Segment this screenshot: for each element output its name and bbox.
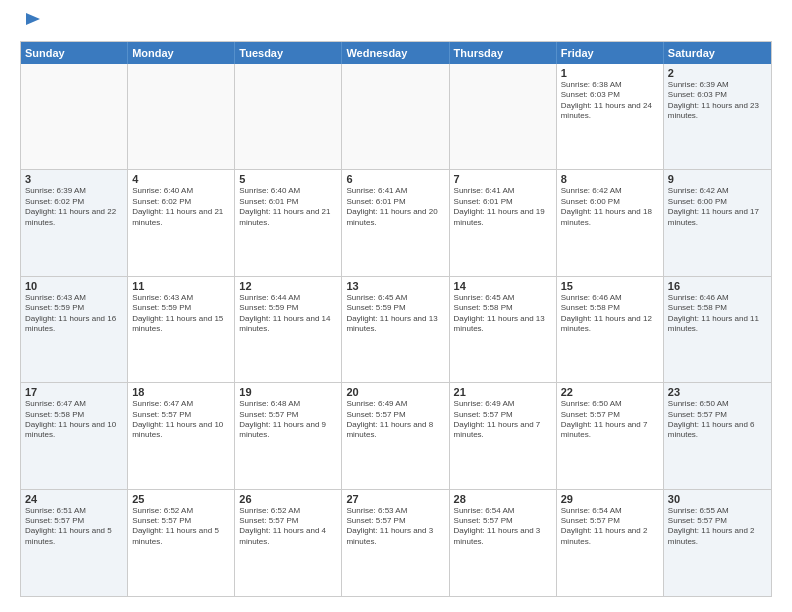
day-info: Sunrise: 6:50 AMSunset: 5:57 PMDaylight:… [668,399,767,441]
day-cell-22: 22Sunrise: 6:50 AMSunset: 5:57 PMDayligh… [557,383,664,488]
header-day-sunday: Sunday [21,42,128,64]
day-cell-11: 11Sunrise: 6:43 AMSunset: 5:59 PMDayligh… [128,277,235,382]
day-cell-10: 10Sunrise: 6:43 AMSunset: 5:59 PMDayligh… [21,277,128,382]
day-cell-5: 5Sunrise: 6:40 AMSunset: 6:01 PMDaylight… [235,170,342,275]
day-info: Sunrise: 6:39 AMSunset: 6:02 PMDaylight:… [25,186,123,228]
svg-marker-0 [26,13,40,25]
logo-flag-icon [22,11,42,31]
header-day-tuesday: Tuesday [235,42,342,64]
day-cell-1: 1Sunrise: 6:38 AMSunset: 6:03 PMDaylight… [557,64,664,169]
day-cell-7: 7Sunrise: 6:41 AMSunset: 6:01 PMDaylight… [450,170,557,275]
day-number: 11 [132,280,230,292]
day-number: 27 [346,493,444,505]
day-cell-15: 15Sunrise: 6:46 AMSunset: 5:58 PMDayligh… [557,277,664,382]
day-cell-3: 3Sunrise: 6:39 AMSunset: 6:02 PMDaylight… [21,170,128,275]
week-row-5: 24Sunrise: 6:51 AMSunset: 5:57 PMDayligh… [21,490,771,596]
day-cell-16: 16Sunrise: 6:46 AMSunset: 5:58 PMDayligh… [664,277,771,382]
day-info: Sunrise: 6:52 AMSunset: 5:57 PMDaylight:… [132,506,230,548]
day-number: 7 [454,173,552,185]
day-info: Sunrise: 6:49 AMSunset: 5:57 PMDaylight:… [346,399,444,441]
day-info: Sunrise: 6:40 AMSunset: 6:01 PMDaylight:… [239,186,337,228]
day-number: 17 [25,386,123,398]
day-number: 23 [668,386,767,398]
day-number: 26 [239,493,337,505]
empty-cell [128,64,235,169]
day-number: 14 [454,280,552,292]
day-number: 29 [561,493,659,505]
day-info: Sunrise: 6:55 AMSunset: 5:57 PMDaylight:… [668,506,767,548]
day-cell-29: 29Sunrise: 6:54 AMSunset: 5:57 PMDayligh… [557,490,664,596]
day-cell-28: 28Sunrise: 6:54 AMSunset: 5:57 PMDayligh… [450,490,557,596]
header-day-monday: Monday [128,42,235,64]
day-number: 2 [668,67,767,79]
day-cell-12: 12Sunrise: 6:44 AMSunset: 5:59 PMDayligh… [235,277,342,382]
day-info: Sunrise: 6:52 AMSunset: 5:57 PMDaylight:… [239,506,337,548]
day-info: Sunrise: 6:47 AMSunset: 5:57 PMDaylight:… [132,399,230,441]
day-info: Sunrise: 6:46 AMSunset: 5:58 PMDaylight:… [668,293,767,335]
day-cell-6: 6Sunrise: 6:41 AMSunset: 6:01 PMDaylight… [342,170,449,275]
day-info: Sunrise: 6:38 AMSunset: 6:03 PMDaylight:… [561,80,659,122]
header-day-saturday: Saturday [664,42,771,64]
day-info: Sunrise: 6:46 AMSunset: 5:58 PMDaylight:… [561,293,659,335]
header [20,15,772,31]
day-info: Sunrise: 6:45 AMSunset: 5:59 PMDaylight:… [346,293,444,335]
day-info: Sunrise: 6:53 AMSunset: 5:57 PMDaylight:… [346,506,444,548]
day-number: 25 [132,493,230,505]
day-info: Sunrise: 6:51 AMSunset: 5:57 PMDaylight:… [25,506,123,548]
day-number: 4 [132,173,230,185]
week-row-2: 3Sunrise: 6:39 AMSunset: 6:02 PMDaylight… [21,170,771,276]
day-cell-23: 23Sunrise: 6:50 AMSunset: 5:57 PMDayligh… [664,383,771,488]
calendar-header: SundayMondayTuesdayWednesdayThursdayFrid… [21,42,771,64]
week-row-4: 17Sunrise: 6:47 AMSunset: 5:58 PMDayligh… [21,383,771,489]
day-number: 3 [25,173,123,185]
day-cell-20: 20Sunrise: 6:49 AMSunset: 5:57 PMDayligh… [342,383,449,488]
day-info: Sunrise: 6:44 AMSunset: 5:59 PMDaylight:… [239,293,337,335]
day-number: 16 [668,280,767,292]
calendar-body: 1Sunrise: 6:38 AMSunset: 6:03 PMDaylight… [21,64,771,596]
empty-cell [21,64,128,169]
day-info: Sunrise: 6:48 AMSunset: 5:57 PMDaylight:… [239,399,337,441]
day-cell-13: 13Sunrise: 6:45 AMSunset: 5:59 PMDayligh… [342,277,449,382]
day-info: Sunrise: 6:54 AMSunset: 5:57 PMDaylight:… [561,506,659,548]
day-number: 9 [668,173,767,185]
day-number: 19 [239,386,337,398]
day-number: 10 [25,280,123,292]
day-cell-25: 25Sunrise: 6:52 AMSunset: 5:57 PMDayligh… [128,490,235,596]
day-cell-30: 30Sunrise: 6:55 AMSunset: 5:57 PMDayligh… [664,490,771,596]
header-day-thursday: Thursday [450,42,557,64]
day-cell-17: 17Sunrise: 6:47 AMSunset: 5:58 PMDayligh… [21,383,128,488]
day-info: Sunrise: 6:45 AMSunset: 5:58 PMDaylight:… [454,293,552,335]
day-cell-26: 26Sunrise: 6:52 AMSunset: 5:57 PMDayligh… [235,490,342,596]
page: SundayMondayTuesdayWednesdayThursdayFrid… [0,0,792,612]
day-number: 20 [346,386,444,398]
day-info: Sunrise: 6:43 AMSunset: 5:59 PMDaylight:… [25,293,123,335]
day-info: Sunrise: 6:54 AMSunset: 5:57 PMDaylight:… [454,506,552,548]
day-cell-21: 21Sunrise: 6:49 AMSunset: 5:57 PMDayligh… [450,383,557,488]
day-info: Sunrise: 6:47 AMSunset: 5:58 PMDaylight:… [25,399,123,441]
day-number: 5 [239,173,337,185]
day-number: 28 [454,493,552,505]
day-info: Sunrise: 6:40 AMSunset: 6:02 PMDaylight:… [132,186,230,228]
day-number: 24 [25,493,123,505]
day-number: 22 [561,386,659,398]
day-number: 21 [454,386,552,398]
day-number: 12 [239,280,337,292]
day-info: Sunrise: 6:41 AMSunset: 6:01 PMDaylight:… [454,186,552,228]
day-number: 18 [132,386,230,398]
day-number: 8 [561,173,659,185]
day-info: Sunrise: 6:42 AMSunset: 6:00 PMDaylight:… [668,186,767,228]
day-cell-2: 2Sunrise: 6:39 AMSunset: 6:03 PMDaylight… [664,64,771,169]
day-info: Sunrise: 6:39 AMSunset: 6:03 PMDaylight:… [668,80,767,122]
week-row-1: 1Sunrise: 6:38 AMSunset: 6:03 PMDaylight… [21,64,771,170]
day-number: 13 [346,280,444,292]
day-info: Sunrise: 6:41 AMSunset: 6:01 PMDaylight:… [346,186,444,228]
day-cell-4: 4Sunrise: 6:40 AMSunset: 6:02 PMDaylight… [128,170,235,275]
day-number: 1 [561,67,659,79]
header-day-friday: Friday [557,42,664,64]
day-cell-27: 27Sunrise: 6:53 AMSunset: 5:57 PMDayligh… [342,490,449,596]
day-cell-9: 9Sunrise: 6:42 AMSunset: 6:00 PMDaylight… [664,170,771,275]
header-day-wednesday: Wednesday [342,42,449,64]
day-cell-24: 24Sunrise: 6:51 AMSunset: 5:57 PMDayligh… [21,490,128,596]
calendar: SundayMondayTuesdayWednesdayThursdayFrid… [20,41,772,597]
day-cell-19: 19Sunrise: 6:48 AMSunset: 5:57 PMDayligh… [235,383,342,488]
